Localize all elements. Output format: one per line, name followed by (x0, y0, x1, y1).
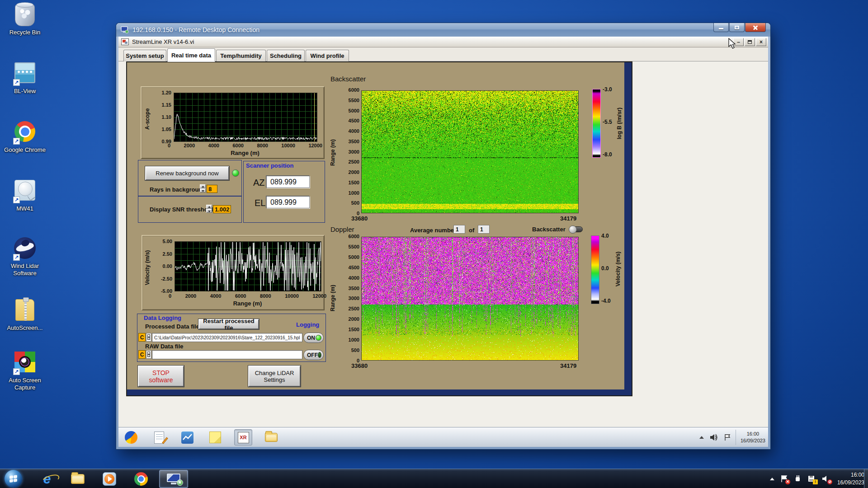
vi-title-bar[interactable]: StreamLine XR v14-6.vi – × (118, 37, 768, 47)
tick-label: 6000 (349, 234, 359, 239)
tab-strip: System setup Real time data Temp/humidit… (118, 47, 768, 61)
remote-taskbar-folder-icon[interactable] (262, 429, 280, 446)
vi-close-button[interactable]: × (756, 38, 766, 46)
taskbar-chrome-icon[interactable] (134, 472, 148, 486)
remote-volume-icon[interactable] (709, 434, 718, 441)
desktop-icon-autoscreen-zip[interactable]: AutoScreen... (0, 299, 50, 332)
tab-wind-profile[interactable]: Wind profile (306, 50, 349, 61)
raw-logging-toggle[interactable]: OFF (303, 350, 324, 360)
tick-label: 3500 (349, 286, 359, 291)
taskbar-remote-desktop-button[interactable]: ✕ (159, 470, 188, 488)
change-lidar-settings-button[interactable]: Change LiDAR Settings (248, 366, 301, 387)
backscatter-toggle-switch[interactable] (569, 226, 583, 232)
tray-chevron-icon[interactable] (770, 478, 774, 480)
restart-processed-file-button[interactable]: Restart processed file (198, 319, 259, 329)
vi-maximize-button[interactable] (745, 38, 755, 46)
remote-clock[interactable]: 16:00 16/09/2023 (736, 430, 765, 445)
tray-disk-warning-icon[interactable]: ! (807, 475, 816, 483)
rdp-title-bar[interactable]: 192.168.0.150 - Remote Desktop Connectio… (116, 23, 770, 37)
backscatter-y-axis: 6000550050004500400035003000250020001500… (339, 88, 359, 216)
remote-taskbar-notepad-icon[interactable] (150, 429, 168, 446)
tick-label: 0 (168, 143, 170, 148)
raw-drive-box[interactable]: C (138, 350, 146, 359)
vi-window-title: StreamLine XR v14-6.vi (132, 38, 194, 45)
ascope-graph: 1.201.151.101.050.99 A-scope 02000400060… (141, 86, 325, 159)
tick-label: 6000 (235, 293, 246, 299)
desktop-icon-wind-lidar[interactable]: ↗ Wind Lidar Software (0, 237, 50, 277)
processed-path-link-icon[interactable] (146, 333, 151, 342)
backscatter-colorbar (592, 89, 601, 158)
taskbar-media-player-icon[interactable] (102, 472, 117, 486)
raw-data-file-path[interactable] (152, 350, 302, 359)
desktop-icon-mw41[interactable]: ↗ MW41 (0, 180, 50, 212)
ascope-y-label: A-scope (144, 101, 151, 137)
on-led-icon (316, 335, 321, 341)
backscatter-x-end: 34179 (560, 215, 576, 222)
rays-value-field[interactable]: 8 (207, 185, 217, 193)
raw-path-link-icon[interactable] (146, 350, 151, 359)
remote-system-tray: 16:00 16/09/2023 (699, 427, 765, 447)
show-desktop-button[interactable] (864, 469, 868, 488)
tick-label: 8000 (257, 143, 268, 148)
snr-value-field[interactable]: 1.002 (213, 205, 231, 213)
tab-system-setup[interactable]: System setup (123, 50, 166, 61)
taskbar-clock[interactable]: 16:00 16/09/2023 (837, 471, 864, 487)
scanner-position-title: Scanner position (246, 162, 293, 169)
doppler-colorbar (591, 235, 599, 304)
data-logging-title: Data Logging (144, 314, 181, 321)
tab-real-time-data[interactable]: Real time data (167, 48, 215, 62)
desktop-icon-auto-screen-capture[interactable]: ↗ Auto Screen Capture (0, 352, 50, 392)
average-number-label: Average number (410, 227, 456, 234)
desktop-icon-bl-view[interactable]: ↗ BL-View (0, 62, 50, 95)
rays-spinner[interactable] (200, 184, 206, 192)
tab-scheduling[interactable]: Scheduling (267, 50, 305, 61)
taskbar-internet-explorer-icon[interactable]: e (40, 472, 54, 486)
tray-volume-muted-icon[interactable]: ⊘ (821, 475, 830, 483)
average-number-field[interactable]: 1 (453, 225, 465, 234)
close-button[interactable] (745, 23, 766, 32)
tick-label: 1500 (349, 327, 359, 332)
taskbar-file-explorer-icon[interactable] (71, 472, 85, 486)
tray-power-plug-icon[interactable] (794, 475, 802, 483)
remote-taskbar-streamline-xr-icon[interactable]: XR (234, 429, 252, 446)
start-button[interactable] (5, 470, 22, 488)
ascope-y-axis: 1.201.151.101.050.99 (155, 90, 171, 144)
tray-action-center-flag-icon[interactable]: ✕ (780, 475, 788, 483)
remote-tray-chevron-icon[interactable] (699, 436, 704, 439)
bl-view-icon: ↗ (13, 62, 37, 86)
tab-temp-humidity[interactable]: Temp/humidity (216, 50, 266, 61)
scanner-position-box: Scanner position AZ 089.999 EL 089.999 (243, 161, 325, 223)
tick-label: -3.0 (603, 86, 612, 93)
velocity-x-label: Range (m) (175, 300, 321, 307)
processed-drive-box[interactable]: C (138, 333, 146, 342)
renew-background-button[interactable]: Renew background now (145, 166, 229, 180)
remote-taskbar-browser-icon[interactable] (122, 429, 140, 446)
tick-label: 1000 (349, 191, 359, 196)
snr-threshold-box: Display SNR threshold 1.002 (138, 196, 242, 223)
remote-taskbar-app-icon-blue[interactable] (178, 429, 196, 446)
snr-spinner[interactable] (206, 205, 212, 213)
shortcut-arrow-icon: ↗ (13, 197, 20, 203)
remote-taskbar: XR 16:00 16/09/2023 (118, 427, 768, 447)
shortcut-arrow-icon: ↗ (13, 138, 20, 145)
maximize-button[interactable] (729, 23, 745, 32)
backscatter-colorbar-label: log B (/m/sr) (616, 92, 623, 155)
desktop-icon-google-chrome[interactable]: ↗ Google Chrome (0, 121, 50, 154)
tick-label: 1.10 (162, 115, 171, 120)
rdp-window: 192.168.0.150 - Remote Desktop Connectio… (116, 23, 770, 449)
auto-screen-capture-icon: ↗ (13, 352, 37, 375)
remote-action-center-flag-icon[interactable] (724, 434, 731, 441)
off-label: OFF (307, 352, 318, 358)
desktop-icon-recycle-bin[interactable]: Recycle Bin (0, 4, 50, 36)
stop-software-button[interactable]: STOP software (138, 366, 184, 387)
processed-logging-toggle[interactable]: ON (303, 333, 324, 343)
average-total-field[interactable]: 1 (478, 225, 490, 234)
processed-data-file-path[interactable]: C:\Lidar\Data\Proc\2023\202309\20230916\… (152, 333, 302, 342)
el-value-field: 089.999 (266, 196, 310, 208)
velocity-x-axis: 020004000600080001000012000 (169, 293, 326, 299)
tick-label: 12000 (312, 293, 326, 299)
minimize-button[interactable] (713, 23, 729, 32)
of-label: of (469, 227, 474, 234)
remote-taskbar-sticky-notes-icon[interactable] (206, 429, 224, 446)
tick-label: 6000 (232, 143, 243, 148)
